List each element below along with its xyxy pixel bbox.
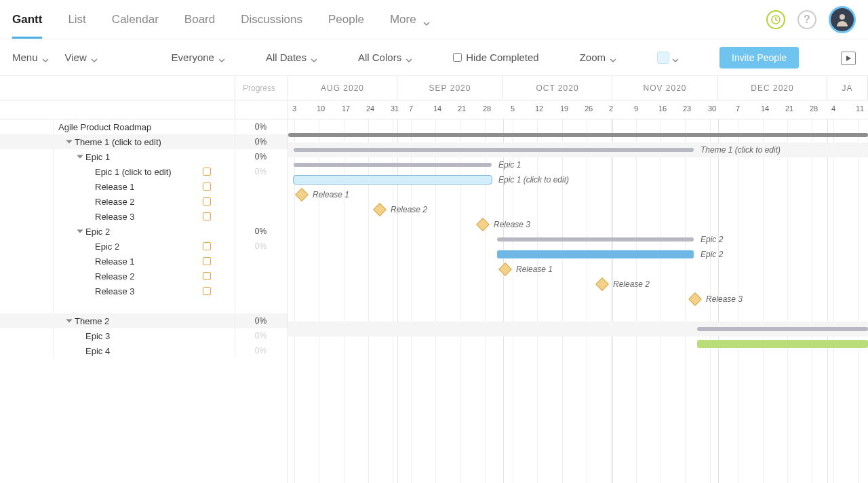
task-row[interactable]: Release 1 — [0, 254, 288, 269]
task-checkbox[interactable] — [203, 168, 211, 176]
gantt-bar-label: Epic 1 — [498, 160, 521, 170]
gantt-chart[interactable]: AUG 2020SEP 2020OCT 2020NOV 2020DEC 2020… — [288, 76, 868, 483]
filter-dates[interactable]: All Dates — [266, 52, 317, 63]
task-checkbox[interactable] — [203, 197, 211, 206]
month-cell: SEP 2020 — [397, 76, 503, 100]
expand-caret-icon[interactable] — [65, 317, 73, 325]
milestone-icon[interactable] — [295, 188, 309, 201]
task-row[interactable]: Epic 10% — [0, 149, 288, 164]
milestone-icon[interactable] — [476, 218, 490, 231]
task-checkbox[interactable] — [203, 272, 211, 280]
date-tick: 5 — [511, 104, 515, 113]
help-icon[interactable]: ? — [797, 10, 816, 29]
clock-icon[interactable] — [766, 10, 785, 29]
expand-caret-icon[interactable] — [76, 153, 84, 161]
milestone-icon[interactable] — [373, 203, 387, 216]
date-tick: 14 — [761, 104, 769, 113]
milestone-icon[interactable] — [498, 263, 512, 276]
filter-people[interactable]: Everyone — [172, 52, 225, 63]
chevron-down-icon — [672, 54, 679, 61]
date-tick: 26 — [585, 104, 593, 113]
tab-gantt[interactable]: Gantt — [12, 1, 42, 38]
task-row[interactable]: Release 2 — [0, 269, 288, 284]
date-tick: 21 — [785, 104, 793, 113]
gantt-bar[interactable] — [294, 176, 492, 184]
gantt-bar[interactable] — [497, 250, 694, 258]
task-name: Theme 2 — [0, 316, 234, 326]
task-checkbox[interactable] — [203, 287, 211, 295]
tab-calendar[interactable]: Calendar — [112, 1, 159, 38]
hide-completed-checkbox[interactable]: Hide Completed — [453, 52, 539, 63]
gantt-bar[interactable] — [294, 148, 694, 152]
nav-tabs: Gantt List Calendar Board Discussions Pe… — [12, 1, 766, 38]
gantt-bar[interactable] — [497, 237, 694, 242]
task-name: Release 3 — [0, 286, 203, 296]
month-cell: NOV 2020 — [612, 76, 718, 100]
view-dropdown[interactable]: View — [65, 52, 98, 63]
hide-completed-input[interactable] — [453, 53, 462, 62]
task-row[interactable]: Release 3 — [0, 284, 288, 298]
task-row[interactable]: Release 1 — [0, 179, 288, 194]
task-name: Release 1 — [0, 182, 203, 192]
gantt-bar[interactable] — [697, 327, 868, 331]
task-row[interactable]: Theme 1 (click to edit)0% — [0, 134, 288, 149]
tab-board[interactable]: Board — [184, 1, 215, 38]
nav-right: ? — [766, 6, 856, 33]
task-name: Agile Product Roadmap — [0, 122, 234, 132]
chevron-down-icon — [406, 54, 412, 61]
tab-list[interactable]: List — [68, 1, 85, 38]
task-checkbox[interactable] — [203, 182, 211, 191]
presentation-icon[interactable] — [840, 50, 856, 65]
main: Progress Agile Product Roadmap0%Theme 1 … — [0, 76, 868, 483]
milestone-icon[interactable] — [688, 292, 702, 306]
task-row[interactable]: Agile Product Roadmap0% — [0, 119, 288, 134]
task-name: Epic 3 — [0, 331, 234, 341]
expand-caret-icon[interactable] — [65, 138, 73, 146]
task-name: Epic 4 — [0, 346, 234, 356]
progress-header: Progress — [0, 76, 288, 100]
task-checkbox[interactable] — [203, 257, 211, 265]
task-row[interactable]: Release 3 — [0, 209, 288, 224]
tab-more[interactable]: More — [390, 1, 430, 38]
milestone-label: Release 1 — [313, 190, 349, 199]
chevron-down-icon — [610, 54, 616, 61]
gantt-bar[interactable] — [697, 340, 868, 348]
color-swatch-dropdown[interactable] — [657, 52, 679, 64]
zoom-dropdown[interactable]: Zoom — [580, 52, 616, 63]
task-checkbox[interactable] — [203, 242, 211, 250]
menu-dropdown[interactable]: Menu — [12, 52, 49, 63]
date-tick: 2 — [609, 104, 613, 113]
date-tick: 24 — [366, 104, 374, 113]
chart-canvas[interactable]: Theme 1 (click to edit)Epic 1Epic 1 (cli… — [288, 119, 868, 483]
invite-people-button[interactable]: Invite People — [719, 47, 799, 69]
user-avatar[interactable] — [829, 6, 856, 33]
month-cell: AUG 2020 — [288, 76, 397, 100]
date-tick: 4 — [831, 104, 835, 113]
task-row[interactable]: Release 2 — [0, 194, 288, 209]
gantt-bar[interactable] — [288, 133, 868, 137]
hide-completed-label: Hide Completed — [466, 52, 539, 63]
task-row[interactable]: Epic 40% — [0, 343, 288, 358]
chevron-down-icon — [42, 54, 49, 61]
task-row[interactable]: Epic 20% — [0, 239, 288, 254]
task-row[interactable]: Epic 30% — [0, 328, 288, 343]
date-tick: 12 — [535, 104, 543, 113]
filter-colors[interactable]: All Colors — [358, 52, 412, 63]
gantt-bar-label: Epic 1 (click to edit) — [498, 175, 569, 185]
task-name: Theme 1 (click to edit) — [0, 137, 234, 147]
date-tick: 17 — [342, 104, 350, 113]
task-name: Release 2 — [0, 271, 203, 282]
gantt-bar[interactable] — [294, 163, 492, 167]
tab-discussions[interactable]: Discussions — [241, 1, 302, 38]
tab-people[interactable]: People — [328, 1, 364, 38]
task-checkbox[interactable] — [203, 212, 211, 220]
task-row[interactable]: Theme 20% — [0, 313, 288, 328]
task-row[interactable]: Epic 1 (click to edit)0% — [0, 164, 288, 179]
date-tick: 9 — [634, 104, 638, 113]
date-tick: 28 — [810, 104, 818, 113]
svg-point-1 — [840, 14, 845, 20]
task-row[interactable]: Epic 20% — [0, 224, 288, 239]
milestone-icon[interactable] — [595, 277, 609, 291]
task-sidebar: Progress Agile Product Roadmap0%Theme 1 … — [0, 76, 288, 483]
expand-caret-icon[interactable] — [76, 227, 84, 235]
